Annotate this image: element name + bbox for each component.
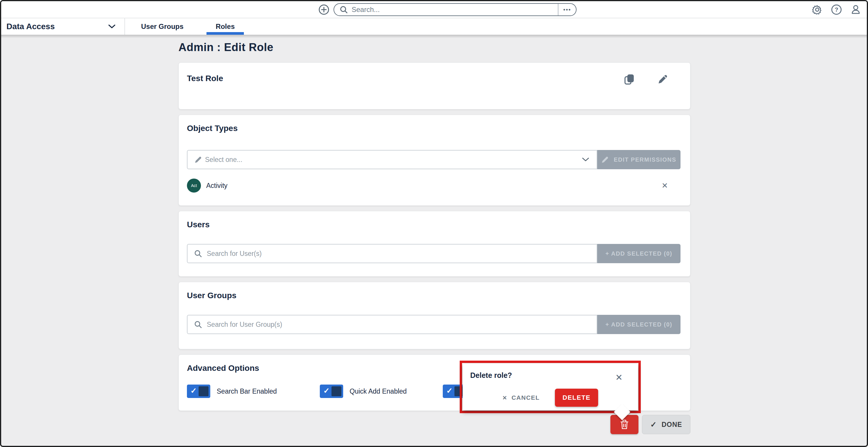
cancel-button-label: CANCEL xyxy=(512,394,540,401)
footer-actions: ✓ DONE xyxy=(179,415,690,434)
cancel-x-icon: ✕ xyxy=(502,394,507,401)
pencil-icon xyxy=(194,156,202,163)
tab-user-groups[interactable]: User Groups xyxy=(125,19,199,35)
user-groups-search-box xyxy=(187,315,597,334)
quick-add-enabled-checkbox[interactable]: ✓ xyxy=(320,384,343,398)
users-search-box xyxy=(187,244,597,263)
app-window: ••• ? Data Access xyxy=(0,0,868,447)
search-bar-enabled-label: Search Bar Enabled xyxy=(217,387,277,396)
check-icon: ✓ xyxy=(446,386,453,396)
chevron-down-icon xyxy=(107,24,116,30)
done-button[interactable]: ✓ DONE xyxy=(642,415,690,434)
users-card: Users + ADD SELECTED (0) xyxy=(179,211,690,277)
section-dropdown-label: Data Access xyxy=(6,22,55,31)
object-type-badge: Act xyxy=(187,179,201,193)
users-add-selected-label: + ADD SELECTED (0) xyxy=(606,250,672,257)
quick-add-enabled-label: Quick Add Enabled xyxy=(350,387,407,396)
search-icon xyxy=(194,320,202,329)
users-add-selected-button[interactable]: + ADD SELECTED (0) xyxy=(597,244,681,263)
main-content: Admin : Edit Role Test Role xyxy=(179,35,690,411)
users-search-input[interactable] xyxy=(207,250,590,257)
toggle-thumb xyxy=(332,386,341,396)
annotation-highlight-box: Delete role? ✕ ✕ CANCEL DELETE xyxy=(460,360,641,413)
user-groups-add-selected-button[interactable]: + ADD SELECTED (0) xyxy=(597,315,681,334)
user-account-icon[interactable] xyxy=(850,4,862,15)
edit-role-icon[interactable] xyxy=(657,74,668,85)
help-icon[interactable]: ? xyxy=(831,4,842,15)
dialog-title: Delete role? xyxy=(470,371,512,380)
option-quick-add-enabled: ✓ Quick Add Enabled xyxy=(320,384,443,398)
copy-role-icon[interactable] xyxy=(624,74,634,85)
section-dropdown[interactable]: Data Access xyxy=(1,19,125,35)
section-nav: Data Access User Groups Roles xyxy=(1,19,867,35)
edit-permissions-label: EDIT PERMISSIONS xyxy=(614,157,676,163)
role-name: Test Role xyxy=(187,74,223,83)
remove-object-type-icon[interactable]: ✕ xyxy=(661,181,668,190)
global-search: ••• xyxy=(334,3,577,16)
trash-icon xyxy=(620,419,629,430)
pencil-icon xyxy=(601,156,609,163)
svg-text:?: ? xyxy=(835,6,838,13)
users-heading: Users xyxy=(187,220,682,229)
object-type-row: Act Activity ✕ xyxy=(187,176,682,195)
add-icon[interactable] xyxy=(318,4,330,15)
object-type-name: Activity xyxy=(206,182,227,190)
user-groups-heading: User Groups xyxy=(187,291,682,300)
option-search-bar-enabled: ✓ Search Bar Enabled xyxy=(187,384,320,398)
search-input[interactable] xyxy=(348,5,558,14)
done-button-label: DONE xyxy=(661,421,682,428)
tab-roles-label: Roles xyxy=(216,23,235,31)
dialog-close-icon[interactable]: ✕ xyxy=(615,372,623,382)
search-bar-enabled-checkbox[interactable]: ✓ xyxy=(187,384,210,398)
more-options-icon[interactable]: ••• xyxy=(558,4,576,15)
check-icon: ✓ xyxy=(190,386,197,396)
object-type-select[interactable]: Select one... xyxy=(187,150,597,169)
tab-roles[interactable]: Roles xyxy=(199,19,251,35)
object-types-card: Object Types Select one... EDIT PERMISSI… xyxy=(179,115,690,206)
check-icon: ✓ xyxy=(323,386,330,396)
role-name-card: Test Role xyxy=(179,63,690,109)
chevron-down-icon xyxy=(582,157,590,162)
user-groups-search-input[interactable] xyxy=(207,321,590,329)
user-groups-add-selected-label: + ADD SELECTED (0) xyxy=(606,321,672,328)
toggle-thumb xyxy=(198,386,209,396)
delete-role-dialog: Delete role? ✕ ✕ CANCEL DELETE xyxy=(463,364,638,410)
gear-icon[interactable] xyxy=(811,4,823,15)
tab-user-groups-label: User Groups xyxy=(141,23,183,31)
cancel-button[interactable]: ✕ CANCEL xyxy=(502,394,540,401)
check-icon: ✓ xyxy=(650,420,657,429)
search-icon xyxy=(339,5,348,14)
object-type-select-placeholder: Select one... xyxy=(205,156,582,164)
delete-button[interactable]: DELETE xyxy=(555,389,598,407)
search-icon xyxy=(194,249,202,257)
page-title: Admin : Edit Role xyxy=(179,41,690,54)
top-bar: ••• ? xyxy=(1,1,867,18)
object-types-heading: Object Types xyxy=(187,124,682,133)
edit-permissions-button[interactable]: EDIT PERMISSIONS xyxy=(597,150,681,169)
user-groups-card: User Groups + ADD SELECTED (0) xyxy=(179,282,690,349)
